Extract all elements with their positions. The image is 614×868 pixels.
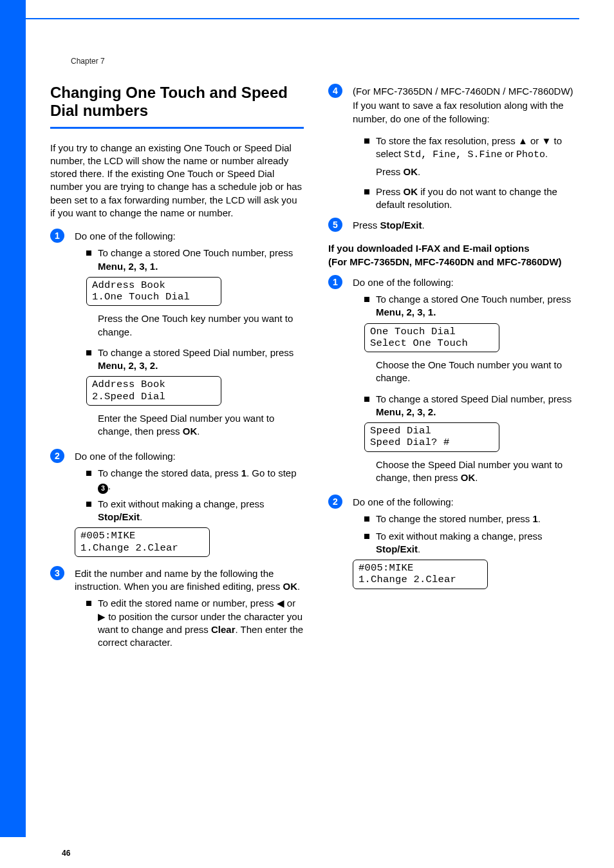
step-3-bullets: To edit the stored name or number, press… xyxy=(86,597,304,649)
step-3-lead: Edit the number and name by the followin… xyxy=(75,567,304,594)
lcd-display: Speed Dial Speed Dial? # xyxy=(364,422,499,452)
text: or xyxy=(502,148,516,159)
square-bullet-icon xyxy=(364,138,369,144)
key-1: 1 xyxy=(241,467,247,478)
sub-text: Choose the Speed Dial number you want to… xyxy=(376,458,584,485)
lcd-display: One Touch Dial Select One Touch xyxy=(364,323,499,353)
section-heading: Changing One Touch and Speed Dial number… xyxy=(50,84,304,120)
bullet: To exit without making a change, press S… xyxy=(86,498,304,524)
key-menu: Menu xyxy=(376,406,401,417)
bullet-text: To exit without making a change, press S… xyxy=(98,498,304,524)
b-step-2: 2 Do one of the following: To change the… xyxy=(328,495,584,596)
text: To change a stored Speed Dial number, pr… xyxy=(98,347,293,358)
text: Press xyxy=(376,166,404,177)
step-2-body: Do one of the following: To change the s… xyxy=(75,449,304,563)
text: Press xyxy=(353,220,380,231)
step-4-body: (For MFC-7365DN / MFC-7460DN / MFC-7860D… xyxy=(353,84,584,215)
press-ok-line: Press OK. xyxy=(376,165,584,178)
text: Press xyxy=(376,186,404,197)
lcd-line: #005:MIKE xyxy=(80,530,136,542)
step-3: 3 Edit the number and name by the follow… xyxy=(50,566,304,654)
ifax-heading-line2: (For MFC-7365DN, MFC-7460DN and MFC-7860… xyxy=(328,256,584,269)
bullet-text: To change a stored Speed Dial number, pr… xyxy=(376,393,584,419)
step-badge-5: 5 xyxy=(328,218,342,232)
key-ok: OK xyxy=(283,581,298,592)
square-bullet-icon xyxy=(364,297,369,302)
text: . xyxy=(418,166,420,177)
step-badge-3: 3 xyxy=(50,566,64,580)
bullet: To store the fax resolution, press ▲ or … xyxy=(364,135,584,162)
b-step-1-bullets-2: To change a stored Speed Dial number, pr… xyxy=(364,393,584,419)
step-ref-icon: 3 xyxy=(98,484,108,494)
text: . Go to step xyxy=(247,467,297,478)
text: To change a stored One Touch number, pre… xyxy=(98,247,293,258)
key-menu: Menu xyxy=(98,261,123,272)
square-bullet-icon xyxy=(364,189,369,194)
bullet: To edit the stored name or number, press… xyxy=(86,597,304,649)
square-bullet-icon xyxy=(86,250,91,256)
step-2: 2 Do one of the following: To change the… xyxy=(50,449,304,563)
key-seq: , 2, 3, 1. xyxy=(401,307,436,317)
step-5-body: Press Stop/Exit. xyxy=(353,218,584,236)
key-ok: OK xyxy=(404,186,418,197)
step-4-bullets-2: Press OK if you do not want to change th… xyxy=(364,185,584,212)
page-number: 46 xyxy=(62,849,70,858)
step-1-lead: Do one of the following: xyxy=(75,230,304,243)
lcd-display: #005:MIKE 1.Change 2.Clear xyxy=(353,560,488,589)
step-4-models: (For MFC-7365DN / MFC-7460DN / MFC-7860D… xyxy=(353,85,584,98)
step-1-bullets: To change a stored One Touch number, pre… xyxy=(86,247,304,273)
b-step-2-lead: Do one of the following: xyxy=(353,496,584,509)
bullet: To exit without making a change, press S… xyxy=(364,530,584,556)
b-step-1: 1 Do one of the following: To change a s… xyxy=(328,275,584,492)
step-badge-4: 4 xyxy=(328,84,342,98)
bullet-text: To change the stored data, press 1. Go t… xyxy=(98,467,304,494)
blue-side-band xyxy=(0,0,26,837)
left-column: Changing One Touch and Speed Dial number… xyxy=(50,84,304,656)
lcd-display: Address Book 1.One Touch Dial xyxy=(86,277,221,307)
key-seq: , 2, 3, 2. xyxy=(123,360,158,371)
bullet: To change a stored One Touch number, pre… xyxy=(364,293,584,319)
key-clear: Clear xyxy=(211,624,236,635)
sub-text: Choose the One Touch number you want to … xyxy=(376,359,584,385)
lcd-line: 1.Change 2.Clear xyxy=(80,542,178,554)
sub-text: Press the One Touch key number you want … xyxy=(98,312,304,339)
lcd-display: Address Book 2.Speed Dial xyxy=(86,376,221,406)
step-badge-b1: 1 xyxy=(328,275,342,289)
key-menu: Menu xyxy=(376,307,401,317)
text: Edit the number and name by the followin… xyxy=(75,568,283,592)
lcd-line: 2.Speed Dial xyxy=(92,391,165,402)
lcd-line: Address Book xyxy=(92,279,165,291)
bullet: To change a stored Speed Dial number, pr… xyxy=(86,346,304,373)
text: . xyxy=(297,581,300,592)
step-badge-1: 1 xyxy=(50,229,64,243)
step-5: 5 Press Stop/Exit. xyxy=(328,218,584,236)
right-column: 4 (For MFC-7365DN / MFC-7460DN / MFC-786… xyxy=(328,84,584,656)
b-step-1-lead: Do one of the following: xyxy=(353,276,584,289)
key-ok: OK xyxy=(183,426,198,437)
lcd-line: Select One Touch xyxy=(370,337,468,349)
text: . xyxy=(108,480,111,491)
bullet: To change a stored One Touch number, pre… xyxy=(86,247,304,273)
step-4-bullets: To store the fax resolution, press ▲ or … xyxy=(364,135,584,162)
step-1-body: Do one of the following: To change a sto… xyxy=(75,229,304,446)
b-step-1-bullets: To change a stored One Touch number, pre… xyxy=(364,293,584,319)
key-stop-exit: Stop/Exit xyxy=(376,543,418,554)
lcd-line: Speed Dial xyxy=(370,425,431,437)
square-bullet-icon xyxy=(364,516,369,522)
text: To exit without making a change, press xyxy=(376,531,542,542)
option-list: Std, Fine, S.Fine xyxy=(404,149,502,160)
lcd-line: Speed Dial? # xyxy=(370,437,450,448)
ifax-heading-line1: If you downloaded I-FAX and E-mail optio… xyxy=(328,242,584,255)
bullet-text: To store the fax resolution, press ▲ or … xyxy=(376,135,584,162)
step-1: 1 Do one of the following: To change a s… xyxy=(50,229,304,446)
option-photo: Photo xyxy=(516,149,545,160)
square-bullet-icon xyxy=(364,397,369,402)
content: Changing One Touch and Speed Dial number… xyxy=(50,84,584,656)
bullet-text: To exit without making a change, press S… xyxy=(376,530,584,556)
key-ok: OK xyxy=(404,166,418,177)
key-seq: , 2, 3, 1. xyxy=(123,261,158,272)
chapter-label: Chapter 7 xyxy=(71,57,105,66)
step-badge-b2: 2 xyxy=(328,495,342,509)
step-1-bullets-2: To change a stored Speed Dial number, pr… xyxy=(86,346,304,373)
page: Chapter 7 Changing One Touch and Speed D… xyxy=(0,0,614,868)
